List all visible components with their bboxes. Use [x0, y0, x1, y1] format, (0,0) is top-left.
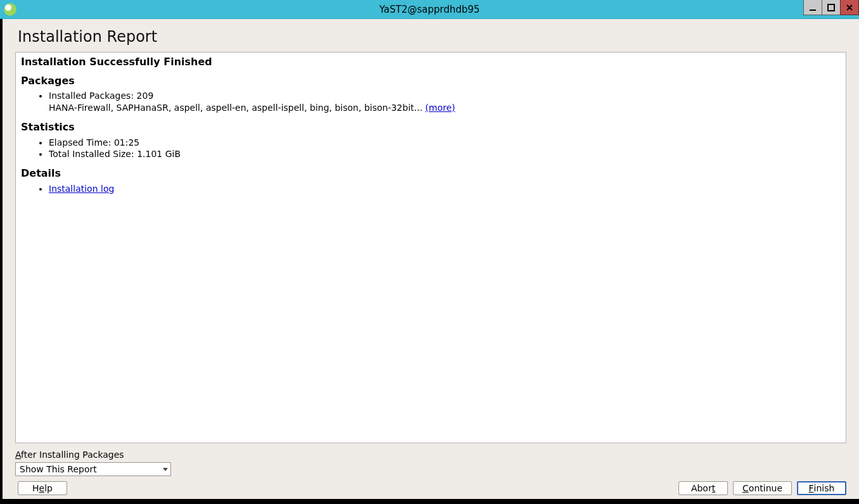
window-title: YaST2@sapprdhdb95 — [379, 4, 480, 15]
report-panel: Installation Successfully Finished Packa… — [15, 52, 846, 443]
installation-log-link[interactable]: Installation log — [49, 184, 114, 194]
details-heading: Details — [21, 167, 841, 180]
stat-elapsed-value: 01:25 — [114, 137, 139, 148]
window-controls — [804, 0, 859, 15]
report-headline: Installation Successfully Finished — [21, 55, 841, 69]
packages-item: Installed Packages: 209 HANA-Firewall, S… — [49, 90, 841, 114]
help-button[interactable]: Help — [18, 481, 67, 495]
after-installing-dropdown[interactable]: Show This Report — [15, 462, 171, 476]
app-body: Installation Report Installation Success… — [3, 19, 859, 499]
installed-packages-label: Installed Packages: — [49, 91, 137, 101]
stat-size: Total Installed Size: 1.101 GiB — [49, 148, 841, 160]
after-installing-label: After Installing Packages — [3, 443, 859, 461]
stat-size-value: 1.101 GiB — [137, 149, 181, 159]
packages-heading: Packages — [21, 74, 841, 88]
chevron-down-icon — [163, 468, 168, 471]
dropdown-value: Show This Report — [20, 464, 97, 474]
stat-elapsed: Elapsed Time: 01:25 — [49, 137, 841, 149]
details-list: Installation log — [21, 183, 841, 195]
continue-button[interactable]: Continue — [733, 481, 792, 495]
svg-rect-1 — [828, 4, 834, 11]
stat-elapsed-label: Elapsed Time: — [49, 137, 114, 148]
close-button[interactable] — [840, 0, 859, 15]
page-title: Installation Report — [3, 19, 859, 52]
finish-button[interactable]: Finish — [797, 481, 846, 495]
button-row: Help Abort Continue Finish — [3, 476, 859, 499]
maximize-button[interactable] — [822, 0, 841, 15]
stat-size-label: Total Installed Size: — [49, 149, 137, 159]
yast-icon — [4, 3, 16, 16]
packages-more-link[interactable]: (more) — [425, 103, 455, 113]
installed-packages-count: 209 — [137, 91, 154, 101]
statistics-list: Elapsed Time: 01:25 Total Installed Size… — [21, 137, 841, 161]
minimize-button[interactable] — [803, 0, 822, 15]
packages-names: HANA-Firewall, SAPHanaSR, aspell, aspell… — [49, 103, 425, 113]
svg-rect-0 — [810, 9, 816, 11]
window-titlebar: YaST2@sapprdhdb95 — [0, 0, 859, 19]
abort-button[interactable]: Abort — [678, 481, 728, 495]
details-item: Installation log — [49, 183, 841, 195]
statistics-heading: Statistics — [21, 120, 841, 134]
packages-list: Installed Packages: 209 HANA-Firewall, S… — [21, 90, 841, 114]
